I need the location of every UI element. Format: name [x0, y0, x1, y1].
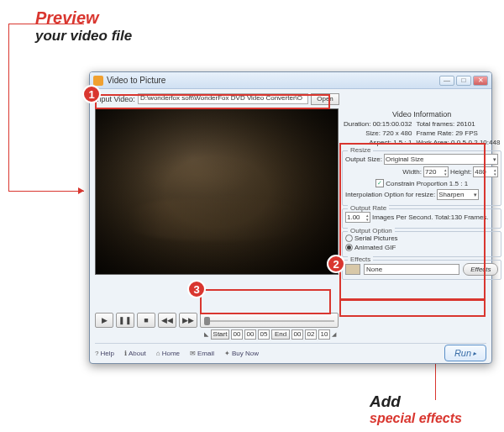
- width-input[interactable]: 720: [423, 166, 449, 177]
- framerate-label: Frame Rate:: [416, 129, 453, 137]
- window-title: Video to Picture: [107, 76, 439, 85]
- step-badge-1: 1: [82, 85, 101, 103]
- width-label: Width:: [402, 168, 422, 176]
- effects-title: Effects: [348, 256, 373, 263]
- constrain-label: Constrain Proportion 1.5 : 1: [386, 180, 468, 187]
- serial-pictures-radio[interactable]: [345, 234, 353, 242]
- duration-label: Duration:: [344, 120, 370, 128]
- open-button[interactable]: Open: [311, 93, 339, 105]
- close-button[interactable]: ✕: [473, 76, 488, 86]
- callout-add-sub: special effects: [370, 411, 462, 426]
- callout-add-title: Add: [370, 392, 462, 411]
- output-size-select[interactable]: Original Size: [384, 154, 498, 165]
- aspect-value: 1.5 : 1: [393, 139, 412, 146]
- start-button[interactable]: Start: [211, 329, 229, 340]
- start-mm[interactable]: 00: [244, 329, 256, 340]
- arrow-icon: [78, 187, 84, 194]
- output-rate-title: Output Rate: [348, 204, 389, 212]
- effects-button[interactable]: Effects: [463, 263, 498, 276]
- next-button[interactable]: ▶▶: [179, 313, 197, 328]
- input-video-field[interactable]: D:\wonderfox soft\WonderFox DVD Video Co…: [138, 93, 308, 104]
- step-badge-3: 3: [187, 280, 206, 298]
- end-button[interactable]: End: [271, 329, 290, 340]
- interpolation-select[interactable]: Sharpen: [437, 189, 479, 200]
- step-badge-2: 2: [327, 255, 345, 273]
- end-mm[interactable]: 02: [305, 329, 317, 340]
- app-window: Video to Picture — □ ✕ Input Video: D:\w…: [89, 71, 492, 364]
- framerate-value: 29 FPS: [455, 129, 478, 137]
- prev-button[interactable]: ◀◀: [158, 313, 176, 328]
- video-info-header: Video Information: [344, 110, 500, 119]
- workarea-label: Work Area:: [416, 139, 449, 146]
- help-link[interactable]: ?Help: [95, 350, 114, 357]
- titlebar[interactable]: Video to Picture — □ ✕: [90, 72, 491, 89]
- home-link[interactable]: ⌂Home: [156, 350, 180, 357]
- size-label: Size:: [365, 129, 381, 137]
- maximize-button[interactable]: □: [456, 76, 471, 86]
- start-marker-icon[interactable]: ◣: [204, 331, 209, 338]
- constrain-checkbox[interactable]: ✓: [375, 179, 384, 187]
- animated-gif-radio[interactable]: [345, 244, 353, 251]
- input-video-label: Input Video:: [95, 95, 135, 103]
- cart-icon: ✦: [224, 350, 230, 357]
- animated-gif-label: Animated GIF: [354, 244, 396, 251]
- email-link[interactable]: ✉Email: [190, 350, 214, 357]
- workarea-value: 0.0.5-0.2.10:448: [451, 139, 500, 146]
- play-button[interactable]: ▶: [95, 313, 113, 328]
- end-hh[interactable]: 00: [291, 329, 303, 340]
- aspect-label: Aspect:: [369, 139, 391, 146]
- effect-value: None: [364, 264, 459, 275]
- rate-text: Images Per Second. Total:130 Frames.: [372, 213, 489, 221]
- home-icon: ⌂: [156, 350, 160, 357]
- totalframes-label: Total frames:: [416, 120, 454, 128]
- duration-value: 00:15:00.032: [373, 120, 412, 128]
- resize-group-title: Resize: [348, 146, 373, 154]
- interpolation-label: Interpolation Option for resize:: [345, 191, 435, 198]
- video-preview[interactable]: [95, 108, 339, 275]
- output-option-title: Output Option: [348, 227, 395, 234]
- pause-button[interactable]: ❚❚: [116, 313, 134, 328]
- output-size-label: Output Size:: [345, 155, 382, 163]
- help-icon: ?: [95, 350, 98, 357]
- totalframes-value: 26101: [456, 120, 475, 128]
- buy-link[interactable]: ✦Buy Now: [224, 350, 259, 357]
- start-hh[interactable]: 00: [231, 329, 243, 340]
- end-ss[interactable]: 10: [318, 329, 330, 340]
- effect-preview-icon: [345, 264, 360, 275]
- minimize-button[interactable]: —: [439, 76, 454, 86]
- stop-button[interactable]: ■: [137, 313, 155, 328]
- serial-pictures-label: Serial Pictures: [354, 234, 398, 242]
- height-input[interactable]: 480: [473, 166, 498, 177]
- app-logo-icon: [93, 76, 103, 86]
- run-button[interactable]: Run: [444, 345, 486, 361]
- about-link[interactable]: ℹAbout: [124, 350, 146, 357]
- height-label: Height:: [450, 168, 471, 176]
- email-icon: ✉: [190, 350, 196, 357]
- start-ss[interactable]: 05: [258, 329, 270, 340]
- seek-slider[interactable]: [200, 313, 339, 328]
- end-marker-icon[interactable]: ◢: [332, 331, 337, 338]
- info-icon: ℹ: [124, 350, 127, 357]
- rate-input[interactable]: 1.00: [345, 212, 370, 223]
- callout-line: [8, 24, 84, 192]
- size-value: 720 x 480: [382, 129, 412, 137]
